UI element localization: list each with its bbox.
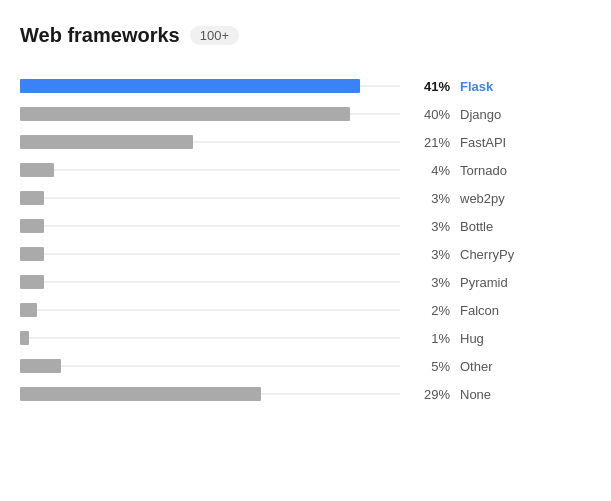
framework-label: Bottle — [460, 219, 540, 234]
pct-label: 4% — [408, 163, 450, 178]
bar-row: 29% None — [20, 383, 591, 405]
bar-fill — [20, 79, 360, 93]
bar-fill — [20, 331, 29, 345]
pct-label: 21% — [408, 135, 450, 150]
bar-fill — [20, 275, 44, 289]
bar-fill — [20, 303, 37, 317]
pct-label: 3% — [408, 275, 450, 290]
framework-label: Flask — [460, 79, 540, 94]
bar-track — [20, 271, 400, 293]
framework-label: Tornado — [460, 163, 540, 178]
framework-label: web2py — [460, 191, 540, 206]
bar-track — [20, 187, 400, 209]
bar-row: 40% Django — [20, 103, 591, 125]
bar-row: 21% FastAPI — [20, 131, 591, 153]
bar-fill — [20, 219, 44, 233]
bar-track — [20, 103, 400, 125]
bar-fill — [20, 191, 44, 205]
framework-label: Other — [460, 359, 540, 374]
bar-track — [20, 383, 400, 405]
framework-label: Hug — [460, 331, 540, 346]
pct-label: 40% — [408, 107, 450, 122]
pct-label: 41% — [408, 79, 450, 94]
bar-track — [20, 131, 400, 153]
response-count-badge: 100+ — [190, 26, 239, 45]
bar-row: 3% Bottle — [20, 215, 591, 237]
bar-fill — [20, 387, 261, 401]
bar-row: 4% Tornado — [20, 159, 591, 181]
bar-row: 1% Hug — [20, 327, 591, 349]
framework-label: Falcon — [460, 303, 540, 318]
bar-fill — [20, 163, 54, 177]
pct-label: 3% — [408, 219, 450, 234]
bar-row: 41% Flask — [20, 75, 591, 97]
bar-row: 2% Falcon — [20, 299, 591, 321]
chart-header: Web frameworks 100+ — [20, 24, 591, 47]
framework-label: FastAPI — [460, 135, 540, 150]
pct-label: 5% — [408, 359, 450, 374]
bar-track — [20, 355, 400, 377]
bar-row: 5% Other — [20, 355, 591, 377]
bar-track — [20, 299, 400, 321]
pct-label: 2% — [408, 303, 450, 318]
bar-track — [20, 159, 400, 181]
bar-chart: 41% Flask 40% Django 21% FastAPI 4% Torn… — [20, 75, 591, 405]
bar-fill — [20, 247, 44, 261]
pct-label: 3% — [408, 247, 450, 262]
pct-label: 29% — [408, 387, 450, 402]
bar-fill — [20, 359, 61, 373]
pct-label: 3% — [408, 191, 450, 206]
bar-row: 3% Pyramid — [20, 271, 591, 293]
framework-label: Django — [460, 107, 540, 122]
bar-track — [20, 215, 400, 237]
bar-track — [20, 327, 400, 349]
bar-row: 3% CherryPy — [20, 243, 591, 265]
pct-label: 1% — [408, 331, 450, 346]
bar-track — [20, 243, 400, 265]
framework-label: CherryPy — [460, 247, 540, 262]
bar-fill — [20, 135, 193, 149]
framework-label: None — [460, 387, 540, 402]
bar-row: 3% web2py — [20, 187, 591, 209]
chart-title: Web frameworks — [20, 24, 180, 47]
bar-fill — [20, 107, 350, 121]
bar-track — [20, 75, 400, 97]
framework-label: Pyramid — [460, 275, 540, 290]
